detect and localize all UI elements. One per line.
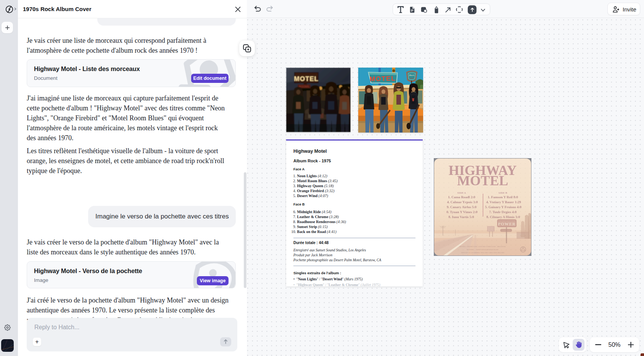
svg-text:MOTEL: MOTEL [294, 75, 319, 83]
svg-text:JMOLIN GCATAMBIEL WIL SNE CHEG: JMOLIN GCATAMBIEL WIL SNE CHEGTISCHLLIDS [461, 252, 504, 254]
svg-text:4. Calmar Yrpois 3:0: 4. Calmar Yrpois 3:0 [447, 200, 478, 204]
svg-text:Black: Black [409, 74, 414, 76]
svg-text:SIDE A: SIDE A [457, 191, 466, 194]
svg-text:SIDE B: SIDE B [499, 191, 507, 194]
svg-text:8. Cilmary A Himis 3:0: 8. Cilmary A Himis 3:0 [486, 215, 520, 219]
svg-text:4. Vntiary Y Bauer 1:29: 4. Vntiary Y Bauer 1:29 [486, 200, 521, 204]
svg-text:0. Tyuan Y Vimes 2:0: 0. Tyuan Y Vimes 2:0 [446, 210, 478, 214]
svg-text:WYNING - TOMPOTRILIPHILICHGOF: WYNING - TOMPOTRILIPHILICHGOF [467, 249, 499, 251]
svg-text:MOTEL: MOTEL [369, 74, 396, 83]
svg-text:motel: motel [409, 77, 414, 79]
svg-text:1. Cama Roadl 2:0: 1. Cama Roadl 2:0 [448, 195, 475, 199]
svg-text:9. Canary Airlus 5:0: 9. Canary Airlus 5:0 [447, 205, 477, 209]
svg-text:8. Iunu Vartis 5:0: 8. Iunu Vartis 5:0 [448, 215, 474, 219]
svg-text:5. Gaiuary Y Fruions 4:0: 5. Gaiuary Y Fruions 4:0 [485, 205, 522, 209]
svg-text:MOTEL / PRODUCED A SOUND COMPA: MOTEL / PRODUCED A SOUND COMPAGNE - BRAN… [459, 246, 506, 248]
svg-text:7. Tuulr Drgies 4:0: 7. Tuulr Drgies 4:0 [489, 210, 517, 214]
svg-text:POWER: POWER [498, 222, 516, 226]
svg-text:1. Famson Y Reil 8:0: 1. Famson Y Reil 8:0 [488, 195, 518, 199]
